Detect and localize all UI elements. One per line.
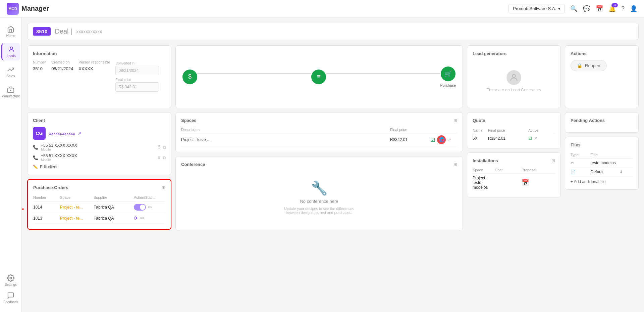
- toggle-1[interactable]: [134, 204, 146, 211]
- wrench-icon: 🔧: [311, 180, 328, 196]
- lead-gen-avatar-icon: [506, 70, 521, 85]
- company-selector[interactable]: Promob Software S.A. ▾: [508, 4, 565, 13]
- conference-expand-icon[interactable]: ⊞: [453, 162, 457, 167]
- sidebar-item-sales[interactable]: Sales: [1, 63, 20, 81]
- quote-external-icon[interactable]: ↗: [534, 136, 537, 141]
- edit-po-1[interactable]: ✏: [148, 204, 152, 211]
- client-name-link[interactable]: xxxxxxxxxxxx: [49, 131, 75, 136]
- globe-icon[interactable]: 🌐: [437, 135, 446, 144]
- company-name: Promob Software S.A.: [513, 6, 556, 11]
- svg-point-4: [10, 277, 12, 279]
- external-space-icon[interactable]: ↗: [448, 137, 451, 142]
- sidebar: Home Leads Sales Manufacture Settings Fe…: [0, 17, 22, 312]
- col-supplier: Supplier: [94, 195, 134, 199]
- sidebar-item-home-label: Home: [6, 34, 15, 38]
- person-value: XXXXX: [78, 66, 110, 71]
- client-avatar: CG: [33, 127, 46, 140]
- notifications-icon[interactable]: 🔔 9+: [608, 5, 616, 12]
- purchase-orders-card: Purchase Orders ⊞ Number Space Supplier …: [27, 179, 171, 230]
- po-supplier-2: Fabrica QA: [94, 216, 134, 221]
- phone-label-2: Mobile: [41, 158, 77, 162]
- po-space-1: Project - te...: [60, 205, 94, 210]
- notification-badge: 9+: [611, 3, 618, 7]
- edit-po-2[interactable]: ✏: [140, 215, 145, 221]
- created-label: Created on: [51, 60, 73, 64]
- spaces-title: Spaces: [181, 118, 197, 123]
- expand-icon[interactable]: ⊞: [162, 185, 165, 190]
- actions-card: Actions 🔒 Reopen: [565, 45, 639, 108]
- sidebar-item-sales-label: Sales: [6, 74, 15, 78]
- spaces-col-actions: [430, 128, 457, 132]
- topnav-right: Promob Software S.A. ▾ 🔍 💬 📅 🔔 9+ ? 👤: [508, 4, 637, 13]
- grid-icon-1[interactable]: ⠿: [157, 145, 161, 150]
- grid-icon-2[interactable]: ⠿: [157, 155, 161, 161]
- copy-icon-2[interactable]: ⧉: [163, 155, 166, 161]
- space-desc-1: Project - teste ...: [181, 137, 390, 142]
- sidebar-item-leads[interactable]: Leads: [1, 43, 20, 60]
- stage-1: $: [182, 70, 197, 84]
- logo-text: Manager: [21, 5, 49, 12]
- reopen-button[interactable]: 🔒 Reopen: [571, 60, 607, 71]
- phone-row-1: 📞 +55 51 XXXX XXXX Mobile ⠿ ⧉: [33, 143, 166, 151]
- installations-expand-icon[interactable]: ⊞: [551, 158, 555, 163]
- actions-title: Actions: [571, 51, 633, 56]
- copy-icon-1[interactable]: ⧉: [163, 145, 166, 150]
- spaces-col-desc: Description: [181, 128, 390, 132]
- sidebar-item-settings[interactable]: Settings: [1, 272, 20, 289]
- files-col-type: Type: [571, 153, 591, 157]
- table-row: 📄 Default ⬇: [571, 168, 633, 177]
- chat-icon[interactable]: 💬: [583, 5, 590, 12]
- converted-in-input[interactable]: [115, 66, 159, 75]
- edit-client-label: Edit client: [40, 165, 57, 169]
- spaces-expand-icon[interactable]: ⊞: [453, 118, 457, 123]
- stage-connector-2: [326, 73, 440, 74]
- purchase-orders-wrapper: Purchase Orders ⊞ Number Space Supplier …: [27, 179, 171, 230]
- calendar-icon[interactable]: 📅: [596, 5, 603, 12]
- po-space-2: Project - te...: [60, 216, 94, 221]
- sidebar-item-settings-label: Settings: [5, 283, 17, 286]
- inst-col-space: Space: [473, 168, 495, 172]
- pending-actions-card: Pending Actions: [565, 112, 639, 133]
- phone-label-1: Mobile: [41, 148, 77, 151]
- sidebar-item-manufacture[interactable]: Manufacture: [1, 83, 20, 101]
- edit-client-button[interactable]: ✏️ Edit client: [33, 165, 57, 169]
- phone-number-1: +55 51 XXXX XXXX: [41, 143, 77, 148]
- installations-table-header: Space Chat Proposal: [473, 167, 555, 174]
- client-info-row: CG xxxxxxxxxxxx ↗: [33, 127, 166, 140]
- logo-icon: MGR: [7, 3, 19, 15]
- top-navigation: MGR Manager Promob Software S.A. ▾ 🔍 💬 📅…: [0, 0, 644, 17]
- phone-actions-1: ⠿ ⧉: [157, 145, 166, 150]
- sidebar-item-leads-label: Leads: [7, 54, 16, 58]
- client-title: Client: [33, 118, 166, 123]
- sidebar-bottom: Settings Feedback: [1, 272, 20, 307]
- client-name: xxxxxxxxxxxx ↗: [49, 131, 82, 136]
- sidebar-item-manufacture-label: Manufacture: [1, 94, 20, 98]
- purchase-orders-header: Purchase Orders ⊞: [33, 185, 165, 190]
- add-file-button[interactable]: + Add additional file: [571, 179, 605, 184]
- sidebar-item-feedback[interactable]: Feedback: [1, 289, 20, 307]
- client-card: Client CG xxxxxxxxxxxx ↗ 📞 +55 51 XXXX X…: [27, 112, 171, 175]
- created-field: Created on 08/21/2024: [51, 60, 73, 92]
- conference-card: Conference ⊞ 🔧 No conference here Update…: [175, 156, 463, 230]
- conference-title: Conference: [181, 162, 205, 167]
- spaces-table-header: Description Final price: [181, 126, 457, 133]
- converted-in-field: Converted in: [115, 61, 159, 75]
- user-icon[interactable]: 👤: [630, 5, 637, 12]
- pending-actions-title: Pending Actions: [571, 118, 633, 123]
- space-price-1: R$342.01: [390, 137, 430, 142]
- final-price-input[interactable]: [115, 82, 159, 92]
- sidebar-item-home[interactable]: Home: [1, 23, 20, 40]
- main-content: 3510 Deal | xxxxxxxxxxx Information Numb…: [22, 17, 644, 312]
- installations-card: Installations ⊞ Space Chat Proposal Proj…: [467, 152, 561, 197]
- information-card: Information Number 3510 Created on 08/21…: [27, 45, 171, 108]
- quote-table-header: Name Final price Active: [473, 127, 555, 134]
- file-download-2[interactable]: ⬇: [620, 170, 633, 174]
- search-icon[interactable]: 🔍: [570, 5, 578, 12]
- feedback-icon: [7, 292, 14, 299]
- quote-check-icon: ☑: [528, 136, 532, 141]
- send-icon-2[interactable]: ✈: [134, 215, 138, 221]
- sidebar-item-feedback-label: Feedback: [3, 300, 18, 304]
- calendar-proposal-icon[interactable]: 📅: [522, 179, 555, 186]
- help-icon[interactable]: ?: [621, 5, 625, 12]
- external-link-icon[interactable]: ↗: [78, 131, 82, 136]
